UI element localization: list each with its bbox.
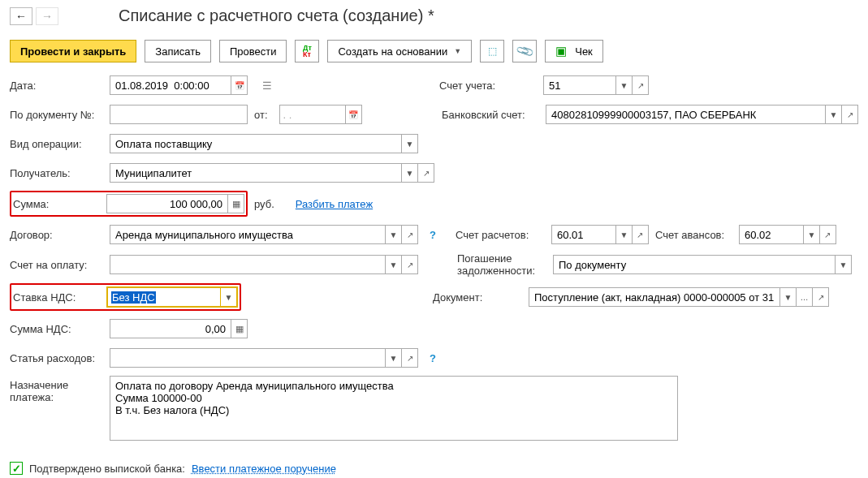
advance-acc-dropdown[interactable]: ▼ — [804, 225, 820, 244]
vat-sum-label: Сумма НДС: — [10, 323, 103, 335]
vat-rate-label: Ставка НДС: — [13, 291, 100, 304]
document-input[interactable] — [533, 291, 776, 304]
recipient-input[interactable] — [114, 166, 398, 180]
recipient-open[interactable]: ↗ — [418, 163, 434, 183]
purpose-label: Назначение платежа: — [10, 376, 103, 403]
doc-num-label: По документу №: — [10, 109, 103, 121]
forward-button[interactable]: → — [36, 7, 58, 25]
attach-button[interactable]: 📎 — [512, 40, 537, 62]
debt-label: Погашение задолженности: — [457, 252, 546, 277]
document-dropdown[interactable]: ▼ — [780, 287, 797, 307]
post-button[interactable]: Провести — [219, 40, 287, 62]
recipient-label: Получатель: — [10, 167, 103, 179]
document-more[interactable]: … — [797, 287, 813, 307]
account-dropdown[interactable]: ▼ — [616, 75, 633, 95]
from-label: от: — [254, 109, 273, 121]
create-based-button[interactable]: Создать на основании▼ — [327, 40, 472, 62]
document-open[interactable]: ↗ — [813, 287, 829, 307]
page-title: Списание с расчетного счета (создание) * — [119, 6, 434, 25]
enter-payment-link[interactable]: Ввести платежное поручение — [192, 463, 336, 475]
advance-acc-label: Счет авансов: — [655, 229, 732, 241]
dt-kt-button[interactable]: ДтКт — [295, 40, 319, 62]
calendar-icon: 📅 — [348, 110, 358, 119]
structure-button[interactable]: ⬚ — [480, 40, 504, 62]
vat-sum-input[interactable] — [114, 322, 227, 336]
expense-label: Статья расходов: — [10, 352, 103, 364]
sum-calc[interactable]: ▦ — [228, 194, 244, 213]
invoice-input[interactable] — [114, 258, 382, 272]
advance-acc-open[interactable]: ↗ — [820, 225, 836, 244]
contract-input[interactable] — [114, 228, 382, 242]
confirmed-label: Подтверждено выпиской банка: — [29, 463, 185, 475]
account-input[interactable] — [547, 79, 612, 93]
back-button[interactable]: ← — [10, 7, 32, 25]
op-type-dropdown[interactable]: ▼ — [402, 134, 418, 153]
document-label: Документ: — [433, 291, 522, 304]
write-button[interactable]: Записать — [145, 40, 211, 62]
cheque-button[interactable]: ▣Чек — [545, 40, 603, 62]
confirmed-checkbox[interactable]: ✓ — [10, 462, 23, 475]
calendar-button[interactable]: 📅 — [231, 75, 248, 95]
expense-help[interactable]: ? — [425, 352, 441, 364]
bank-acc-input[interactable] — [550, 108, 822, 122]
debt-dropdown[interactable]: ▼ — [836, 255, 852, 274]
chevron-down-icon: ▼ — [454, 47, 461, 55]
bank-acc-label: Банковский счет: — [442, 109, 539, 121]
debt-input[interactable] — [557, 258, 831, 272]
settle-acc-open[interactable]: ↗ — [633, 225, 649, 244]
recipient-dropdown[interactable]: ▼ — [402, 163, 418, 183]
expense-dropdown[interactable]: ▼ — [386, 348, 402, 368]
doc-date-calendar[interactable]: 📅 — [346, 105, 362, 124]
list-icon[interactable]: ☰ — [262, 80, 272, 92]
account-open[interactable]: ↗ — [633, 75, 649, 95]
calculator-icon: ▦ — [235, 324, 244, 334]
structure-icon: ⬚ — [488, 45, 497, 57]
settle-acc-label: Счет расчетов: — [456, 229, 545, 241]
vat-sum-calc[interactable]: ▦ — [231, 319, 248, 338]
vat-rate-dropdown[interactable]: ▼ — [221, 287, 237, 307]
vat-rate-input[interactable]: Без НДС — [111, 291, 156, 304]
settle-acc-input[interactable] — [555, 228, 612, 242]
op-type-label: Вид операции: — [10, 138, 103, 150]
settle-acc-dropdown[interactable]: ▼ — [616, 225, 633, 244]
contract-help[interactable]: ? — [425, 229, 441, 241]
doc-date-input[interactable]: . . — [283, 109, 342, 121]
cheque-icon: ▣ — [555, 44, 567, 58]
bank-acc-open[interactable]: ↗ — [842, 105, 858, 124]
dt-kt-icon: ДтКт — [303, 45, 312, 58]
split-payment-link[interactable]: Разбить платеж — [296, 198, 373, 210]
bank-acc-dropdown[interactable]: ▼ — [826, 105, 842, 124]
post-and-close-button[interactable]: Провести и закрыть — [10, 40, 136, 62]
contract-label: Договор: — [10, 229, 103, 241]
purpose-textarea[interactable] — [110, 376, 678, 441]
account-label: Счет учета: — [439, 80, 537, 92]
expense-input[interactable] — [114, 351, 382, 365]
date-input[interactable] — [114, 79, 227, 93]
calculator-icon: ▦ — [232, 199, 240, 209]
sum-input[interactable] — [110, 197, 224, 211]
advance-acc-input[interactable] — [743, 228, 800, 242]
paperclip-icon: 📎 — [514, 41, 534, 61]
calendar-icon: 📅 — [235, 81, 244, 90]
invoice-label: Счет на оплату: — [10, 259, 103, 271]
invoice-open[interactable]: ↗ — [402, 255, 418, 274]
rub-label: руб. — [254, 198, 274, 210]
expense-open[interactable]: ↗ — [402, 348, 418, 368]
sum-label: Сумма: — [13, 198, 100, 210]
contract-open[interactable]: ↗ — [402, 225, 418, 244]
invoice-dropdown[interactable]: ▼ — [386, 255, 402, 274]
op-type-input[interactable] — [114, 137, 398, 151]
date-label: Дата: — [10, 80, 103, 92]
doc-num-input[interactable] — [114, 108, 244, 122]
contract-dropdown[interactable]: ▼ — [386, 225, 402, 244]
